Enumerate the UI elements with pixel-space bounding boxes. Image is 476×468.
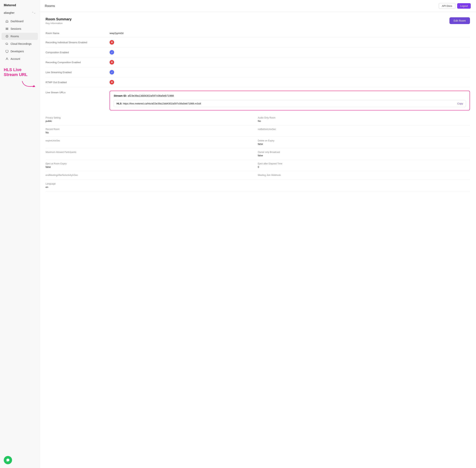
sidebar-item-developers[interactable]: Developers (1, 48, 38, 55)
meeting-webhook-cell: Meeting Join Webhook (258, 174, 470, 177)
sidebar-nav: Dashboard Sessions Rooms (0, 17, 39, 63)
sidebar-item-dashboard[interactable]: Dashboard (1, 18, 38, 25)
sidebar: Metered aliasgher ⌃⌄ Dashboard Sessions (0, 0, 40, 468)
account-icon (5, 57, 9, 60)
developers-icon (5, 50, 9, 53)
topbar-actions: API Docs Logout (439, 3, 471, 9)
two-col-row-0: Privacy Setting public Audio Only Room N… (46, 114, 470, 125)
logout-button[interactable]: Logout (457, 3, 471, 9)
delete-on-expiry-value: false (258, 143, 470, 146)
app-logo: Metered (0, 0, 39, 10)
svg-rect-0 (6, 28, 8, 28)
hls-url-box: HLS: https://live.metered.ca/hls/af23e39… (114, 100, 466, 107)
empty-cell (258, 182, 470, 189)
privacy-setting-label: Privacy Setting (46, 117, 258, 119)
expire-cell: expireUnixSec (46, 139, 258, 146)
svg-rect-6 (6, 50, 8, 52)
max-participants-label: Maximum Allowed Participants (46, 151, 258, 153)
topbar: Rooms API Docs Logout (40, 0, 476, 12)
not-before-label: notBeforeUnixSec (258, 128, 470, 131)
svg-point-4 (7, 36, 7, 37)
eject-expiry-cell: Eject at Room Expiry false (46, 162, 258, 168)
main-content: Rooms API Docs Logout Room Summary Key i… (40, 0, 476, 468)
not-before-cell: notBeforeUnixSec (258, 128, 470, 134)
language-label: Language (46, 182, 258, 185)
svg-point-8 (6, 58, 8, 59)
end-meeting-cell: endMeetingAfterNoActivityInSec (46, 174, 258, 177)
info-row-live-streaming: Live Streaming Enabled ✓ (46, 67, 470, 77)
privacy-setting-cell: Privacy Setting public (46, 117, 258, 122)
live-stream-urls-row: Live Stream URLs Stream ID: af23e39a13dd… (46, 87, 470, 114)
sidebar-item-rooms[interactable]: Rooms (1, 33, 38, 40)
recording-individual-label: Recording Individual Streams Enabled (46, 41, 109, 44)
record-room-label: Record Room (46, 128, 258, 131)
cloud-icon (5, 42, 9, 45)
sidebar-item-account[interactable]: Account (1, 55, 38, 62)
sidebar-item-rooms-label: Rooms (11, 35, 19, 38)
room-summary-subtitle: Key information (46, 22, 72, 25)
page-title: Rooms (45, 4, 55, 8)
recording-individual-icon: ✕ (109, 40, 114, 44)
two-col-row-6: Language en (46, 180, 470, 191)
user-profile[interactable]: aliasgher ⌃⌄ (0, 10, 39, 17)
arrow-indicator (0, 79, 39, 93)
card-header: Room Summary Key information Edit Room (46, 17, 470, 25)
rooms-icon (5, 35, 9, 38)
recording-composition-label: Recording Composition Enabled (46, 61, 109, 64)
info-row-rtmp: RTMP Out Enabled ✕ (46, 77, 470, 87)
sidebar-item-cloud-recordings-label: Cloud Recordings (11, 42, 31, 45)
info-row-recording-individual: Recording Individual Streams Enabled ✕ (46, 37, 470, 47)
room-summary-title: Room Summary (46, 17, 72, 21)
svg-rect-1 (6, 29, 8, 29)
audio-only-value: No (258, 120, 470, 122)
language-value: en (46, 186, 258, 189)
sidebar-item-account-label: Account (11, 57, 20, 60)
composition-label: Composition Enabled (46, 51, 109, 54)
content-area: Room Summary Key information Edit Room R… (40, 12, 476, 197)
info-row-recording-composition: Recording Composition Enabled ✕ (46, 57, 470, 67)
two-col-row-1: Record Room No notBeforeUnixSec (46, 125, 470, 137)
live-stream-urls-label: Live Stream URLs (46, 90, 109, 94)
meeting-webhook-label: Meeting Join Webhook (258, 174, 470, 176)
edit-room-button[interactable]: Edit Room (449, 17, 470, 24)
owner-broadcast-cell: Owner only Broadcast false (258, 151, 470, 157)
audio-only-label: Audio Only Room (258, 117, 470, 119)
sidebar-item-sessions-label: Sessions (11, 27, 21, 30)
owner-broadcast-label: Owner only Broadcast (258, 151, 470, 153)
language-cell: Language en (46, 182, 258, 189)
two-col-row-4: Eject at Room Expiry false Eject after E… (46, 160, 470, 171)
eject-elapsed-value: 0 (258, 165, 470, 168)
sidebar-item-cloud-recordings[interactable]: Cloud Recordings (1, 40, 38, 47)
expire-label: expireUnixSec (46, 139, 258, 142)
recording-composition-icon: ✕ (109, 60, 114, 64)
sessions-icon (5, 27, 9, 30)
info-row-room-name: Room Name wwy2yymi2d (46, 29, 470, 37)
sidebar-item-dashboard-label: Dashboard (11, 20, 24, 23)
room-name-value: wwy2yymi2d (109, 32, 123, 35)
chat-button[interactable] (4, 456, 12, 464)
api-docs-button[interactable]: API Docs (439, 3, 455, 9)
two-col-row-3: Maximum Allowed Participants Owner only … (46, 148, 470, 160)
sidebar-item-sessions[interactable]: Sessions (1, 25, 38, 32)
eject-elapsed-cell: Eject after Elapsed Time 0 (258, 162, 470, 168)
stream-id-value: af23e39a13dd4302a597c08a5eb71988 (128, 94, 174, 97)
live-streaming-icon: ✓ (109, 70, 114, 74)
stream-id-section: Stream ID: af23e39a13dd4302a597c08a5eb71… (114, 94, 466, 97)
room-name-label: Room Name (46, 32, 109, 35)
stream-id-title: Stream ID: (114, 94, 127, 97)
composition-icon: ✓ (109, 50, 114, 55)
delete-on-expiry-label: Delete on Expiry (258, 139, 470, 142)
two-col-row-5: endMeetingAfterNoActivityInSec Meeting J… (46, 171, 470, 180)
eject-expiry-value: false (46, 165, 258, 168)
two-col-row-2: expireUnixSec Delete on Expiry false (46, 137, 470, 148)
eject-elapsed-label: Eject after Elapsed Time (258, 162, 470, 165)
record-room-cell: Record Room No (46, 128, 258, 134)
end-meeting-label: endMeetingAfterNoActivityInSec (46, 174, 258, 176)
max-participants-cell: Maximum Allowed Participants (46, 151, 258, 157)
copy-button[interactable]: Copy (457, 102, 463, 105)
sidebar-item-developers-label: Developers (11, 50, 24, 53)
chevron-icon: ⌃⌄ (32, 12, 36, 14)
hls-url-value: https://live.metered.ca/hls/af23e39a13dd… (123, 102, 201, 105)
username-label: aliasgher (4, 11, 15, 14)
privacy-setting-value: public (46, 120, 258, 122)
